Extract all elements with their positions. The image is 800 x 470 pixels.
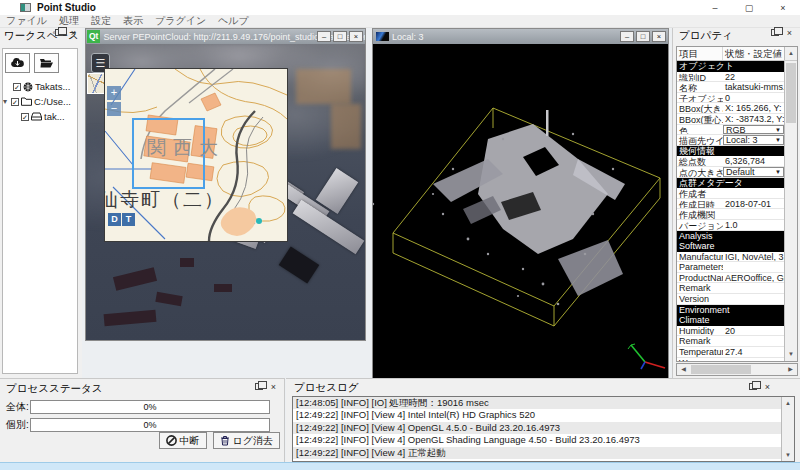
checkbox[interactable]: ✓ [13,83,21,91]
close-icon[interactable]: × [652,31,666,42]
map-layer-t-button[interactable]: T [122,213,135,226]
minimize-icon[interactable]: – [698,0,732,15]
zoom-out-button[interactable]: − [107,102,121,116]
property-row[interactable]: 作成機関 [677,209,784,220]
log-entry[interactable]: [12:49:22] [INFO] [View 4] 正常起動 [293,447,794,459]
local-window-titlebar[interactable]: Local: 3 – □ × [373,29,668,44]
checkbox[interactable]: ✓ [11,98,19,106]
map-overlay[interactable]: 関西大 仙寺町（二） + − D T [105,69,287,241]
individual-label: 個別: [6,418,30,432]
menubar: ファイル処理設定表示プラグインヘルプ [0,15,800,28]
close-icon[interactable]: × [765,383,770,392]
log-list[interactable]: [12:48:05] [INFO] [IO] 処理時間：19016 msec[1… [292,396,795,462]
scroll-right-icon[interactable]: ▶ [784,364,797,375]
point-cloud-aerial-view[interactable]: ☰ [86,44,365,340]
property-row[interactable]: 色RGB▼ [677,125,784,136]
float-icon[interactable] [55,29,63,36]
minimize-icon[interactable]: – [317,31,331,42]
log-entry[interactable]: [12:49:22] [INFO] [View 4] OpenGL Shadin… [293,434,794,446]
float-icon[interactable] [771,29,779,36]
scroll-down-icon[interactable]: ▼ [785,348,797,361]
property-row[interactable]: BBox(大きさ)X: 165.266, Y: 1... [677,103,784,114]
property-row[interactable]: Remark [677,336,784,347]
zoom-in-button[interactable]: + [107,86,121,100]
tree-item-dataset[interactable]: ✓ tak... [3,109,77,124]
viewer-icon [376,32,389,41]
scroll-left-icon[interactable]: ◀ [677,364,690,375]
combo-arrow-icon[interactable]: ▼ [775,168,781,176]
property-value [723,188,784,198]
property-row[interactable]: 総点数6,326,784 [677,156,784,167]
float-icon[interactable] [749,383,757,390]
maximize-icon[interactable]: ▢ [732,0,766,15]
property-row[interactable]: W [677,358,784,362]
vertical-scrollbar[interactable]: ▲ ▼ [781,397,794,461]
scroll-down-icon[interactable]: ▼ [782,449,794,461]
menu-item-0[interactable]: ファイル [0,14,53,28]
tree-item-server[interactable]: ✓ Takats... [3,79,77,94]
horizontal-scrollbar[interactable]: ◀ ▶ [676,363,798,376]
property-value[interactable]: Local: 3▼ [723,135,784,145]
maximize-icon[interactable]: □ [636,31,650,42]
property-item: Manufacturer [677,252,723,262]
combo-arrow-icon[interactable]: ▼ [775,136,781,144]
close-icon[interactable]: × [271,383,276,392]
property-row[interactable]: Version [677,294,784,305]
maximize-icon[interactable]: □ [333,31,347,42]
tree-item-folder[interactable]: ▾ ✓ C:/Use... [3,94,77,109]
property-value[interactable]: RGB▼ [723,125,784,135]
point-cloud-3d-scene [373,44,668,380]
property-row[interactable]: 名称takatsuki-mms.las [677,82,784,93]
close-icon[interactable]: × [71,29,76,38]
close-icon[interactable]: × [349,31,363,42]
log-entry[interactable]: [12:48:05] [INFO] [IO] 処理時間：19016 msec [293,397,794,409]
property-row[interactable]: 点の大きさDefault▼ [677,167,784,178]
property-row[interactable]: 識別ID22 [677,72,784,83]
menu-item-2[interactable]: 設定 [85,14,117,28]
property-value: 6,326,784 [723,156,784,166]
scroll-up-icon[interactable]: ▲ [782,397,794,409]
combo-arrow-icon[interactable]: ▼ [775,126,781,134]
menu-item-1[interactable]: 処理 [53,14,85,28]
close-icon[interactable]: × [787,29,792,38]
property-item: Parameters [677,262,723,272]
property-row[interactable]: Humidity20 [677,326,784,337]
menu-item-5[interactable]: ヘルプ [212,14,255,28]
chevron-down-icon[interactable]: ▾ [3,97,11,106]
property-section: 幾何情報 [677,146,784,157]
property-row[interactable]: ProductNameAEROoffice, Gra... [677,273,784,284]
property-item: Version [677,294,723,304]
cloud-open-button[interactable] [5,53,30,73]
close-icon[interactable]: × [766,0,800,15]
property-value[interactable]: Default▼ [723,167,784,177]
globe-icon [23,82,33,92]
property-row[interactable]: BBox(重心...X: -38743.2, Y: -... [677,114,784,125]
point-cloud-3d-view[interactable] [373,44,668,380]
scrollbar-thumb[interactable] [786,63,796,123]
property-row[interactable]: 子オブジェク...0 [677,93,784,104]
property-row[interactable]: Remark [677,283,784,294]
property-row[interactable]: 作成日時2018-07-01 [677,199,784,210]
menu-item-4[interactable]: プラグイン [149,14,212,28]
property-row[interactable]: 描画先ウイン...Local: 3▼ [677,135,784,146]
float-icon[interactable] [255,383,263,390]
log-entry[interactable]: [12:49:22] [INFO] [View 4] Intel Intel(R… [293,409,794,421]
open-folder-button[interactable] [34,53,59,73]
vertical-scrollbar[interactable]: ▼ [784,61,797,361]
map-window-titlebar[interactable]: Qt Server PEPointCloud: http://211.9.49.… [86,29,365,44]
property-row[interactable]: Temperature27.4 [677,347,784,358]
property-row[interactable]: ManufacturerIGI, NovAtel, 3... [677,252,784,263]
checkbox[interactable]: ✓ [21,113,29,121]
scroll-up-icon[interactable]: ▲ [784,47,797,60]
clear-log-button[interactable]: ログ消去 [213,432,280,449]
property-row[interactable]: 作成者 [677,188,784,199]
property-row[interactable]: Parameters [677,262,784,273]
menu-item-3[interactable]: 表示 [117,14,149,28]
scrollbar-thumb[interactable] [691,365,751,374]
tree-item-label: Takats... [35,81,70,92]
log-entry[interactable]: [12:49:22] [INFO] [View 4] OpenGL 4.5.0 … [293,422,794,434]
minimize-icon[interactable]: – [620,31,634,42]
abort-button[interactable]: 中断 [159,432,207,449]
map-layer-d-button[interactable]: D [108,213,121,226]
property-row[interactable]: バージョン1.0 [677,220,784,231]
